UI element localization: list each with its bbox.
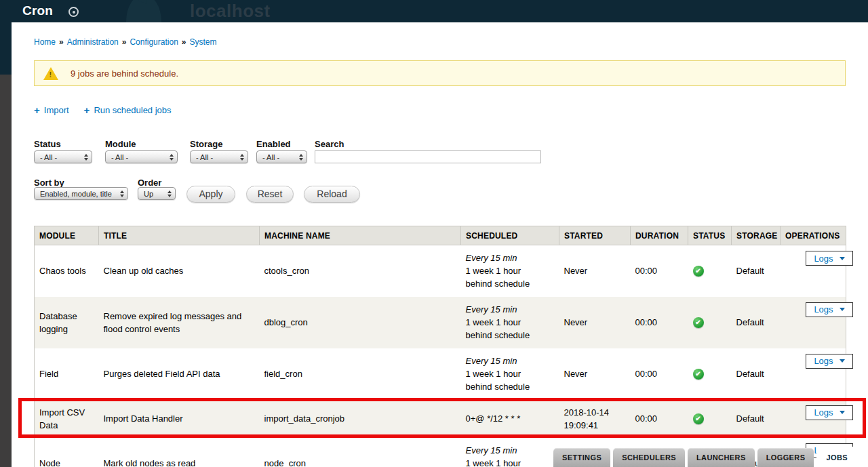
drupal-logo-icon [126, 0, 161, 22]
reset-button[interactable]: Reset [246, 186, 294, 203]
breadcrumb-separator: » [122, 37, 127, 47]
status-select[interactable]: - All - [34, 150, 92, 163]
cell-status: ✔ [688, 297, 732, 348]
cell-started: 2018-10-14 19:09:41 [559, 400, 631, 438]
cell-operations: Logs [781, 400, 846, 438]
warning-triangle-icon: ! [43, 67, 58, 80]
order-select[interactable]: Up [138, 187, 176, 200]
tab-schedulers[interactable]: SCHEDULERS [613, 448, 685, 467]
dimmed-header-strip [0, 22, 12, 75]
breadcrumb-separator: » [59, 37, 64, 47]
tab-launchers[interactable]: LAUNCHERS [688, 448, 755, 467]
order-label: Order [138, 178, 161, 188]
cell-started: Never [559, 348, 631, 400]
action-links: + Import + Run scheduled jobs [34, 105, 172, 115]
search-input[interactable] [315, 150, 541, 163]
cell-title: Remove expired log messages and flood co… [99, 297, 260, 348]
enabled-filter-label: Enabled [256, 139, 291, 149]
cell-storage: Default [732, 245, 781, 297]
col-started: STARTED [559, 226, 631, 245]
module-select[interactable]: - All - [105, 150, 178, 163]
cell-scheduled: Every 15 min 1 week 1 hour behind schedu… [461, 245, 559, 297]
target-icon[interactable] [68, 7, 79, 17]
cell-operations: Logs [781, 297, 846, 348]
sort-by-select[interactable]: Enabled, module, title [34, 187, 128, 200]
breadcrumb-home[interactable]: Home [34, 37, 56, 47]
select-arrows-icon [84, 154, 88, 161]
col-operations: OPERATIONS [781, 226, 846, 245]
cell-machine-name: ctools_cron [260, 245, 461, 297]
page-title: Cron [22, 3, 53, 18]
logs-dropbutton[interactable]: Logs [806, 302, 853, 317]
site-name: localhost [190, 1, 271, 22]
breadcrumb-configuration[interactable]: Configuration [130, 37, 178, 47]
cell-scheduled: Every 15 min 1 week 1 hour behind schedu… [461, 348, 559, 400]
caret-down-icon [840, 411, 845, 414]
logs-dropbutton[interactable]: Logs [806, 405, 853, 420]
table-header-row: MODULE TITLE MACHINE NAME SCHEDULED STAR… [35, 226, 846, 245]
breadcrumb-separator: » [182, 37, 186, 47]
col-storage: STORAGE [732, 226, 781, 245]
plus-icon: + [34, 106, 40, 115]
import-link[interactable]: + Import [34, 105, 69, 115]
cell-started: Never [559, 245, 631, 297]
warning-message-box: ! 9 jobs are behind schedule. [34, 60, 846, 86]
cell-duration: 00:00 [631, 245, 688, 297]
sort-by-label: Sort by [34, 178, 64, 188]
cell-machine-name: dblog_cron [260, 297, 461, 348]
content-panel: Home»Administration»Configuration»System… [12, 22, 868, 467]
primary-tabs: SETTINGS SCHEDULERS LAUNCHERS LOGGERS JO… [553, 447, 857, 467]
tab-settings[interactable]: SETTINGS [553, 448, 610, 467]
cell-duration: 00:00 [631, 348, 688, 400]
cell-scheduled: 0+@ */12 * * * [461, 400, 559, 438]
select-arrows-icon [167, 190, 172, 197]
import-link-label[interactable]: Import [44, 105, 69, 115]
cell-machine-name: import_data_cronjob [260, 400, 461, 438]
logs-dropbutton[interactable]: Logs [806, 354, 853, 369]
cell-status: ✔ [688, 245, 732, 297]
cell-storage: Default [732, 400, 781, 438]
cell-module: Field [35, 348, 99, 400]
table-row: Field Purges deleted Field API data fiel… [35, 348, 846, 400]
cell-module: Chaos tools [35, 245, 99, 297]
breadcrumb-system[interactable]: System [190, 37, 217, 47]
run-scheduled-jobs-link[interactable]: + Run scheduled jobs [84, 105, 172, 115]
col-machine-name: MACHINE NAME [260, 226, 461, 245]
cell-scheduled: Every 15 min 1 week 1 hour behind schedu… [461, 297, 559, 348]
jobs-table: MODULE TITLE MACHINE NAME SCHEDULED STAR… [34, 226, 846, 467]
col-scheduled: SCHEDULED [461, 226, 559, 245]
cell-title: Purges deleted Field API data [99, 348, 260, 400]
cell-storage: Default [732, 348, 781, 400]
select-arrows-icon [170, 154, 174, 161]
table-row-highlighted: Import CSV Data Import Data Handler impo… [35, 400, 846, 438]
table-row: Chaos tools Clean up old caches ctools_c… [35, 245, 846, 297]
cell-duration: 00:00 [631, 297, 688, 348]
cell-machine-name: node_cron [260, 438, 461, 467]
storage-select[interactable]: - All - [190, 150, 248, 163]
cell-machine-name: field_cron [260, 348, 461, 400]
select-arrows-icon [120, 190, 124, 197]
storage-filter-label: Storage [190, 139, 222, 149]
cell-title: Import Data Handler [99, 400, 260, 438]
select-arrows-icon [299, 154, 303, 161]
breadcrumb-administration[interactable]: Administration [67, 37, 119, 47]
filter-bar: Status Module Storage Enabled Search - A… [34, 139, 848, 166]
warning-text: 9 jobs are behind schedule. [71, 68, 178, 79]
run-scheduled-jobs-label[interactable]: Run scheduled jobs [94, 105, 171, 115]
col-title: TITLE [99, 226, 260, 245]
select-arrows-icon [240, 154, 244, 161]
cell-title: Clean up old caches [99, 245, 260, 297]
caret-down-icon [840, 359, 845, 363]
check-circle-icon: ✔ [693, 317, 704, 328]
module-filter-label: Module [105, 139, 136, 149]
apply-button[interactable]: Apply [186, 186, 235, 203]
reload-button[interactable]: Reload [304, 186, 360, 203]
tab-loggers[interactable]: LOGGERS [757, 448, 814, 467]
logs-dropbutton[interactable]: Logs [806, 251, 853, 266]
enabled-select[interactable]: - All - [256, 150, 307, 163]
check-circle-icon: ✔ [693, 413, 704, 424]
cell-module: Database logging [35, 297, 99, 348]
caret-down-icon [840, 308, 845, 311]
search-label: Search [315, 139, 344, 149]
tab-jobs[interactable]: JOBS [816, 447, 857, 467]
